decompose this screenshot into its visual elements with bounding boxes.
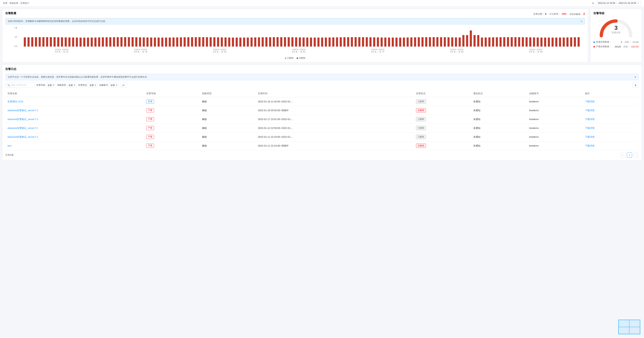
download-detail-link[interactable]: 下载详情 xyxy=(585,127,594,129)
svg-rect-89 xyxy=(332,37,334,47)
chart-info-close-button[interactable]: ✕ xyxy=(580,20,582,23)
alert-count-title: 告警数量 xyxy=(5,12,16,15)
breadcrumb-item-2[interactable]: 智能告警 xyxy=(10,2,18,5)
cell-strategy: 阈值 xyxy=(200,115,256,124)
svg-text:01-14: 01-14 xyxy=(134,51,148,53)
strategy-filter-select[interactable]: 全部 xyxy=(67,83,77,88)
download-detail-link[interactable]: 下载详情 xyxy=(585,144,594,147)
alert-name-link[interactable]: dataview告警验证_server7.3 xyxy=(8,109,38,112)
svg-rect-143 xyxy=(533,37,535,47)
legend-resolved[interactable]: 已解除 xyxy=(285,57,294,60)
thumb-cell-4 xyxy=(629,327,640,334)
svg-rect-45 xyxy=(169,38,171,47)
svg-rect-155 xyxy=(578,37,580,47)
svg-rect-145 xyxy=(540,38,542,47)
svg-rect-17 xyxy=(64,37,66,47)
total-label: 告警总数： 6 xyxy=(534,13,546,16)
search-input-wrapper[interactable]: 🔍 请输入告警名称 xyxy=(5,83,35,88)
svg-rect-121 xyxy=(451,37,453,47)
svg-rect-27 xyxy=(102,37,104,47)
download-detail-link[interactable]: 下载详情 xyxy=(585,100,594,103)
unresolved-value: 2 xyxy=(583,12,585,16)
refresh-icon[interactable]: ↻ xyxy=(592,2,594,5)
svg-rect-26 xyxy=(98,37,100,47)
svg-text:00:00: 00:00 xyxy=(213,49,226,51)
svg-rect-19 xyxy=(72,38,74,47)
status-filter-select[interactable]: 全部 xyxy=(88,83,98,88)
svg-rect-83 xyxy=(310,38,312,47)
next-page-button[interactable]: › xyxy=(634,152,639,158)
alert-name-link[interactable]: test xyxy=(8,144,12,147)
svg-rect-85 xyxy=(318,38,320,47)
prev-page-button[interactable]: ‹ xyxy=(620,152,626,158)
svg-rect-13 xyxy=(50,37,52,47)
svg-rect-149 xyxy=(555,38,557,47)
svg-rect-70 xyxy=(262,37,264,47)
svg-rect-105 xyxy=(392,38,394,47)
svg-rect-124 xyxy=(462,35,464,47)
svg-rect-103 xyxy=(384,38,386,47)
strategy-filter-label: 策略类型 xyxy=(57,84,66,87)
svg-text:00:00: 00:00 xyxy=(371,49,384,51)
cell-status: 已解除 xyxy=(414,124,471,133)
table-row: dataview告警验证_server7.3严重阈值2022-01-18 05:… xyxy=(5,106,639,115)
alert-name-link[interactable]: dataview告警验证_server7.3 xyxy=(8,118,38,121)
gauge-title: 告警等级 xyxy=(594,12,639,15)
account-filter-select[interactable]: 全部 xyxy=(109,83,119,88)
page-controls: ‹ 1 › xyxy=(620,152,639,158)
svg-rect-128 xyxy=(477,35,479,47)
table-row: dataview告警验证_server7.3严重阈值2022-01-12 22:… xyxy=(5,124,639,133)
alert-name-link[interactable]: dataview告警验证_server7.3 xyxy=(8,127,38,129)
total-count: 共有6条 xyxy=(5,153,14,157)
svg-rect-29 xyxy=(109,37,111,47)
svg-text:00:00: 00:00 xyxy=(55,49,68,51)
table-row: test严重阈值2022-01-11 22:24:00~持续中未解除未通知liv… xyxy=(5,141,639,150)
status-badge[interactable]: 已解除 xyxy=(416,126,426,130)
cell-time: 2022-01-18 05:55:00~持续中 xyxy=(256,106,414,115)
svg-rect-126 xyxy=(470,31,472,47)
cell-level: 普通 xyxy=(144,97,200,106)
th-status: 告警状态 xyxy=(414,90,471,97)
download-detail-link[interactable]: 下载详情 xyxy=(585,118,594,121)
level-filter-select[interactable]: 全部 xyxy=(46,83,56,88)
svg-rect-38 xyxy=(143,37,145,47)
normal-pct-value: <0.1% xyxy=(632,41,639,44)
cell-action: 下载详情 xyxy=(583,133,639,141)
cell-level: 严重 xyxy=(144,141,200,150)
breadcrumb-item-1[interactable]: 告警 xyxy=(3,2,7,5)
account-filter-group: 创建账号 全部 xyxy=(99,83,119,88)
svg-rect-7 xyxy=(28,37,30,47)
cell-account: livedemo xyxy=(527,141,583,150)
logs-info-close-button[interactable]: ✕ xyxy=(634,76,636,78)
download-detail-link[interactable]: 下载详情 xyxy=(585,109,594,112)
svg-rect-21 xyxy=(80,38,82,47)
normal-pct-label: 占比： xyxy=(625,41,631,44)
tag-filter-button[interactable]: 🏷 xyxy=(120,83,127,88)
alert-name-link[interactable]: dataview告警验证_server7.3 xyxy=(8,136,38,138)
status-badge[interactable]: 未解除 xyxy=(416,108,426,113)
status-badge[interactable]: 未解除 xyxy=(416,144,426,148)
download-detail-link[interactable]: 下载详情 xyxy=(585,136,594,138)
status-badge[interactable]: 已解除 xyxy=(416,99,426,104)
cell-notify: 未通知 xyxy=(471,141,527,150)
legend-unresolved[interactable]: 未解除 xyxy=(296,57,306,60)
svg-rect-153 xyxy=(570,37,572,47)
cell-strategy: 阈值 xyxy=(200,141,256,150)
svg-rect-138 xyxy=(514,37,516,47)
date-range-picker[interactable]: 2022-01-12 15:55 ～ 2022-01-19 15:55 ▼ xyxy=(596,1,641,6)
unresolved: 目前未解除： 2 xyxy=(570,12,585,16)
status-badge[interactable]: 已解除 xyxy=(416,135,426,139)
level-badge: 严重 xyxy=(146,135,154,139)
svg-rect-74 xyxy=(276,37,278,47)
cell-name: dataview告警验证_server7.3 xyxy=(5,115,144,124)
download-button[interactable]: ⬇ xyxy=(632,83,639,88)
cell-time: 2022-01-18 11:42:00~2022-01-... xyxy=(256,97,414,106)
alert-name-link[interactable]: 告警测试-1216 xyxy=(8,100,23,103)
breadcrumb-item-3[interactable]: 告警统计 xyxy=(20,2,29,5)
svg-text:01-15: 01-15 xyxy=(213,51,226,53)
th-account: 创建账号 xyxy=(527,90,583,97)
page-1-button[interactable]: 1 xyxy=(627,152,632,158)
thumb-cell-1 xyxy=(618,320,629,327)
status-badge[interactable]: 已解除 xyxy=(416,117,426,121)
cell-level: 严重 xyxy=(144,106,200,115)
